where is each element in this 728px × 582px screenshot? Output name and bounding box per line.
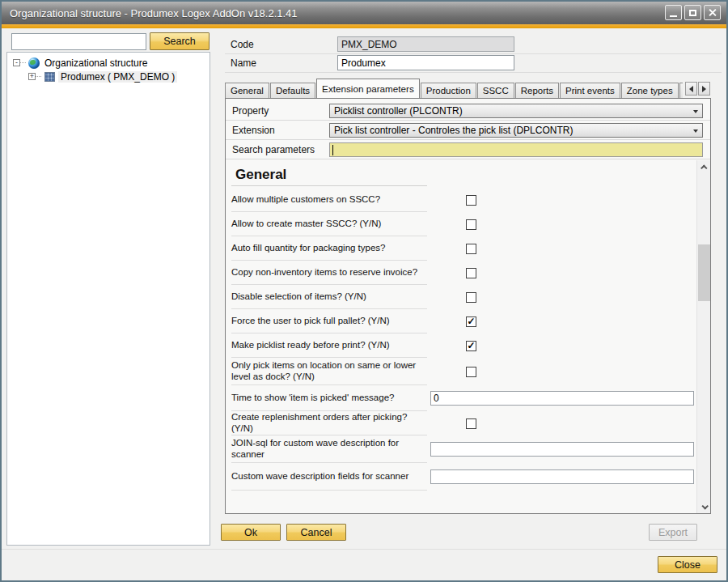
param-label: Auto fill quantity for packaging types?	[231, 236, 427, 261]
checkbox[interactable]	[466, 418, 476, 429]
param-label: Time to show 'item is picked' message?	[231, 385, 427, 411]
checkbox-checked[interactable]: ✓	[466, 341, 476, 351]
tab-scroll-left-button[interactable]	[685, 82, 697, 96]
name-field[interactable]	[337, 55, 514, 70]
extension-parameters-panel: Property Picklist controller (PLCONTR) E…	[225, 98, 711, 514]
app-window: Organizational structure - Produmex Loge…	[0, 0, 728, 582]
checkbox[interactable]	[466, 268, 476, 278]
tab-scroll-right-button[interactable]	[698, 82, 710, 96]
scroll-up-button[interactable]	[697, 160, 711, 174]
search-button[interactable]: Search	[150, 32, 210, 50]
export-button: Export	[649, 524, 697, 541]
close-window-button[interactable]	[704, 5, 721, 20]
param-row: Time to show 'item is picked' message?	[226, 385, 696, 411]
search-parameters-label: Search parameters	[226, 144, 329, 155]
tab-reports[interactable]: Reports	[515, 83, 559, 98]
tab-sscc[interactable]: SSCC	[477, 83, 514, 98]
tree-item-produmex[interactable]: + Produmex ( PMX_DEMO )	[7, 70, 210, 83]
cancel-button[interactable]: Cancel	[286, 524, 346, 541]
checkbox[interactable]	[466, 367, 476, 377]
search-parameters-row: Search parameters	[226, 140, 710, 159]
tab-zone-types[interactable]: Zone types	[621, 83, 679, 98]
join-sql-input[interactable]	[430, 442, 694, 457]
param-label: Disable selection of items? (Y/N)	[231, 285, 427, 309]
param-row: Allow to create master SSCC? (Y/N)	[226, 212, 696, 236]
checkbox[interactable]	[466, 292, 476, 303]
org-tree: - Organizational structure + Produmex ( …	[6, 52, 210, 546]
ok-button[interactable]: Ok	[221, 524, 281, 541]
close-icon	[708, 8, 717, 17]
checkbox-checked[interactable]: ✓	[466, 316, 476, 327]
param-label: JOIN-sql for custom wave description for…	[231, 435, 427, 463]
search-parameters-input[interactable]	[329, 142, 703, 157]
extension-row: Extension Pick list controller - Control…	[226, 121, 710, 140]
checkbox[interactable]	[466, 219, 476, 230]
tree-connector	[36, 76, 41, 77]
custom-wave-fields-input[interactable]	[430, 469, 694, 484]
checkbox[interactable]	[466, 195, 476, 206]
property-dropdown[interactable]: Picklist controller (PLCONTR)	[329, 104, 703, 118]
property-label: Property	[226, 105, 329, 117]
param-row: Auto fill quantity for packaging types?	[226, 236, 696, 261]
param-row: Copy non-inventory items to reserve invo…	[226, 261, 696, 285]
footer-divider	[2, 549, 726, 550]
search-input[interactable]	[11, 33, 146, 50]
tab-page-size[interactable]: Page size	[679, 83, 683, 98]
param-row: Force the user to pick full pallet? (Y/N…	[226, 309, 696, 333]
arrow-left-icon	[686, 86, 693, 92]
checkbox[interactable]	[466, 244, 476, 254]
param-label: Only pick items on location on same or l…	[231, 358, 427, 385]
client-area: Search - Organizational structure + Prod…	[2, 28, 726, 580]
chevron-down-icon	[693, 130, 698, 135]
text-caret	[332, 145, 333, 155]
window-title: Organizational structure - Produmex Loge…	[2, 7, 298, 19]
tree-connector	[20, 62, 26, 63]
extension-dropdown[interactable]: Pick list controller - Controles the pic…	[329, 123, 703, 138]
param-row: Create replenishment orders after pickin…	[226, 411, 696, 435]
name-label: Name	[231, 57, 256, 69]
tab-production[interactable]: Production	[421, 83, 476, 98]
arrow-right-icon	[702, 86, 709, 92]
section-divider	[231, 185, 427, 186]
tab-print-events[interactable]: Print events	[560, 83, 620, 98]
param-row: Only pick items on location on same or l…	[226, 358, 696, 385]
maximize-button[interactable]	[684, 5, 701, 20]
param-label: Make picklist ready before print? (Y/N)	[231, 333, 427, 358]
chevron-down-icon	[701, 503, 708, 509]
code-field	[337, 36, 514, 52]
time-message-input[interactable]	[430, 391, 694, 406]
globe-icon	[28, 57, 40, 69]
tree-item-label[interactable]: Produmex ( PMX_DEMO )	[58, 71, 177, 83]
property-dropdown-value: Picklist controller (PLCONTR)	[334, 105, 463, 117]
collapse-toggle-icon[interactable]: -	[13, 59, 20, 66]
param-label: Custom wave description fields for scann…	[231, 463, 427, 491]
param-row: Make picklist ready before print? (Y/N) …	[226, 333, 696, 358]
title-bar: Organizational structure - Produmex Loge…	[2, 2, 726, 24]
extension-dropdown-value: Pick list controller - Controles the pic…	[334, 125, 573, 136]
code-label: Code	[231, 39, 254, 50]
tab-general[interactable]: General	[225, 83, 269, 98]
tab-extension-parameters[interactable]: Extension parameters	[316, 79, 420, 98]
minimize-button[interactable]	[665, 5, 682, 20]
close-button[interactable]: Close	[658, 556, 717, 573]
scroll-down-button[interactable]	[697, 499, 711, 513]
chevron-down-icon	[693, 110, 698, 116]
scrollbar-thumb[interactable]	[698, 244, 710, 301]
database-grid-icon	[44, 72, 55, 82]
extension-label: Extension	[226, 125, 329, 136]
param-label: Allow multiple customers on SSCC?	[231, 188, 427, 212]
row-divider	[225, 53, 722, 54]
param-row: Disable selection of items? (Y/N)	[226, 285, 696, 309]
section-title: General	[235, 167, 696, 183]
tree-item-organizational-structure[interactable]: - Organizational structure	[7, 56, 210, 70]
expand-toggle-icon[interactable]: +	[28, 73, 36, 80]
param-label: Force the user to pick full pallet? (Y/N…	[231, 309, 427, 333]
tab-defaults[interactable]: Defaults	[270, 83, 315, 98]
tab-bar: General Defaults Extension parameters Pr…	[225, 79, 683, 98]
window-controls	[665, 5, 721, 20]
vertical-scrollbar[interactable]	[696, 160, 710, 513]
minimize-icon	[670, 9, 677, 17]
tree-item-label[interactable]: Organizational structure	[42, 57, 150, 69]
param-row: Allow multiple customers on SSCC?	[226, 188, 696, 212]
maximize-icon	[689, 10, 696, 16]
